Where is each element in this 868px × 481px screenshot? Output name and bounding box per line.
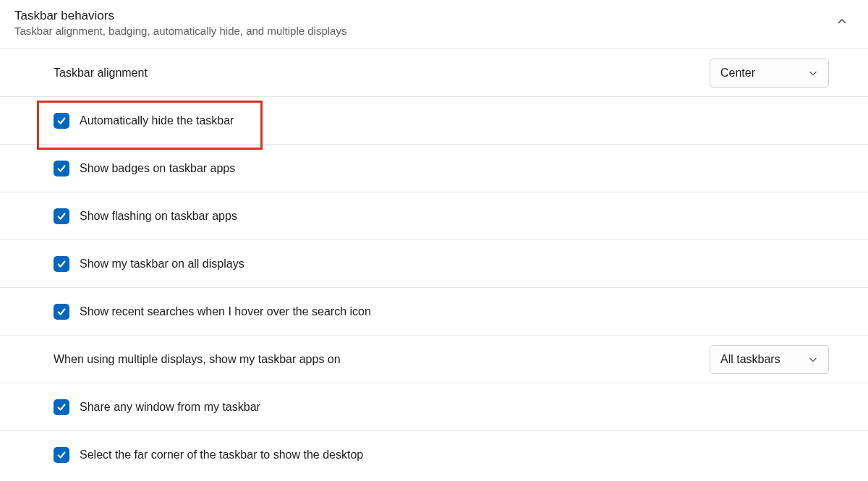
checkbox-label: Show badges on taskbar apps — [80, 162, 235, 175]
setting-label: When using multiple displays, show my ta… — [54, 353, 341, 366]
checkbox-row-recent-searches: Show recent searches when I hover over t… — [0, 287, 868, 335]
checkbox-label: Select the far corner of the taskbar to … — [80, 448, 363, 461]
chevron-up-icon — [836, 16, 848, 30]
checkmark-icon — [56, 402, 67, 412]
multi-displays-dropdown[interactable]: All taskbars — [710, 345, 829, 374]
checkbox-auto-hide[interactable] — [54, 113, 69, 129]
checkmark-icon — [56, 116, 67, 126]
setting-taskbar-alignment: Taskbar alignment Center — [0, 48, 868, 96]
checkbox-show-flashing[interactable] — [54, 208, 69, 224]
checkbox-row-auto-hide: Automatically hide the taskbar — [0, 96, 868, 144]
checkbox-label: Show my taskbar on all displays — [80, 257, 244, 271]
dropdown-value: All taskbars — [720, 353, 780, 366]
checkbox-row-show-flashing: Show flashing on taskbar apps — [0, 192, 868, 239]
checkbox-label: Share any window from my taskbar — [80, 401, 260, 414]
section-title: Taskbar behaviors — [14, 9, 854, 23]
alignment-dropdown[interactable]: Center — [710, 59, 829, 88]
checkmark-icon — [56, 259, 67, 269]
checkbox-label: Show recent searches when I hover over t… — [80, 305, 371, 318]
checkbox-recent-searches[interactable] — [54, 304, 69, 320]
checkmark-icon — [56, 450, 67, 460]
checkmark-icon — [56, 163, 67, 174]
setting-multi-displays: When using multiple displays, show my ta… — [0, 335, 868, 383]
checkbox-row-show-badges: Show badges on taskbar apps — [0, 144, 868, 192]
checkbox-label: Show flashing on taskbar apps — [80, 210, 237, 223]
section-header[interactable]: Taskbar behaviors Taskbar alignment, bad… — [0, 0, 868, 48]
chevron-down-icon — [808, 354, 818, 365]
checkbox-label: Automatically hide the taskbar — [80, 114, 234, 127]
checkbox-far-corner[interactable] — [54, 447, 69, 463]
checkbox-show-badges[interactable] — [54, 161, 69, 176]
section-subtitle: Taskbar alignment, badging, automaticall… — [14, 25, 854, 37]
chevron-down-icon — [808, 68, 818, 78]
checkmark-icon — [56, 307, 67, 317]
checkmark-icon — [56, 211, 67, 221]
setting-label: Taskbar alignment — [54, 67, 148, 80]
checkbox-row-far-corner: Select the far corner of the taskbar to … — [0, 430, 868, 478]
checkbox-row-share-window: Share any window from my taskbar — [0, 383, 868, 430]
checkbox-row-all-displays: Show my taskbar on all displays — [0, 239, 868, 287]
dropdown-value: Center — [720, 67, 755, 80]
checkbox-share-window[interactable] — [54, 399, 69, 415]
checkbox-all-displays[interactable] — [54, 256, 69, 272]
